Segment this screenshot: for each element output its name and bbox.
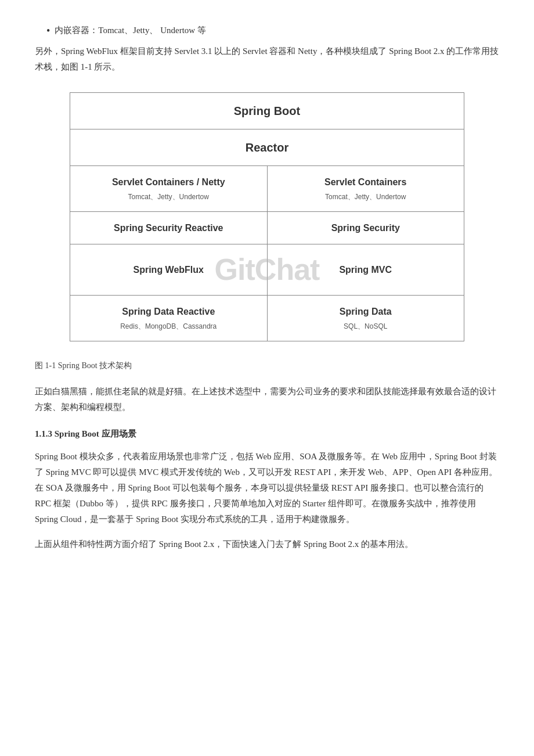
spring-data-reactive-col: Spring Data Reactive Redis、MongoDB、Cassa… bbox=[70, 296, 268, 341]
spring-security-reactive-label: Spring Security Reactive bbox=[82, 220, 255, 236]
spring-security-reactive-col: Spring Security Reactive bbox=[70, 212, 268, 244]
spring-webflux-label: Spring WebFlux bbox=[82, 262, 255, 278]
bullet-text: 内嵌容器：Tomcat、Jetty、 Undertow 等 bbox=[55, 23, 206, 38]
spring-data-row: Spring Data Reactive Redis、MongoDB、Cassa… bbox=[70, 296, 464, 341]
reactor-row: Reactor bbox=[70, 129, 464, 166]
spring-boot-row: Spring Boot bbox=[70, 93, 464, 129]
spring-boot-label: Spring Boot bbox=[234, 105, 300, 117]
section-heading: 1.1.3 Spring Boot 应用场景 bbox=[35, 427, 499, 442]
para1: 正如白猫黑猫，能抓住老鼠的就是好猫。在上述技术选型中，需要为公司业务的要求和团队… bbox=[35, 384, 499, 415]
spring-security-row: Spring Security Reactive Spring Security bbox=[70, 212, 464, 244]
figure-caption: 图 1-1 Spring Boot 技术架构 bbox=[35, 359, 499, 373]
spring-security-col: Spring Security bbox=[268, 212, 464, 244]
architecture-diagram: Spring Boot Reactor Servlet Containers /… bbox=[70, 92, 464, 341]
intro-paragraph: 另外，Spring WebFlux 框架目前支持 Servlet 3.1 以上的… bbox=[35, 44, 499, 75]
spring-data-label: Spring Data bbox=[279, 304, 453, 319]
spring-data-col: Spring Data SQL、NoSQL bbox=[268, 296, 464, 341]
servlet-containers-netty-sub: Tomcat、Jetty、Undertow bbox=[82, 191, 255, 203]
webflux-mvc-row: Spring WebFlux Spring MVC GitChat bbox=[70, 244, 464, 296]
spring-mvc-label: Spring MVC bbox=[279, 262, 453, 278]
spring-data-sub: SQL、NoSQL bbox=[279, 321, 453, 332]
spring-data-reactive-label: Spring Data Reactive bbox=[82, 304, 255, 319]
servlet-containers-sub: Tomcat、Jetty、Undertow bbox=[279, 191, 453, 203]
servlet-containers-row: Servlet Containers / Netty Tomcat、Jetty、… bbox=[70, 166, 464, 212]
servlet-containers-netty-col: Servlet Containers / Netty Tomcat、Jetty、… bbox=[70, 166, 268, 211]
para2: Spring Boot 模块众多，代表着应用场景也非常广泛，包括 Web 应用、… bbox=[35, 449, 499, 527]
bullet-dot: • bbox=[46, 23, 50, 39]
spring-mvc-col: Spring MVC bbox=[268, 244, 464, 295]
spring-security-label: Spring Security bbox=[279, 220, 453, 236]
bullet-item: • 内嵌容器：Tomcat、Jetty、 Undertow 等 bbox=[46, 23, 499, 39]
servlet-containers-netty-label: Servlet Containers / Netty bbox=[82, 174, 255, 190]
reactor-label: Reactor bbox=[246, 141, 288, 154]
servlet-containers-label: Servlet Containers bbox=[279, 174, 453, 190]
spring-data-reactive-sub: Redis、MongoDB、Cassandra bbox=[82, 321, 255, 332]
spring-webflux-col: Spring WebFlux bbox=[70, 244, 268, 295]
servlet-containers-col: Servlet Containers Tomcat、Jetty、Undertow bbox=[268, 166, 464, 211]
para3: 上面从组件和特性两方面介绍了 Spring Boot 2.x，下面快速入门去了解… bbox=[35, 537, 499, 552]
